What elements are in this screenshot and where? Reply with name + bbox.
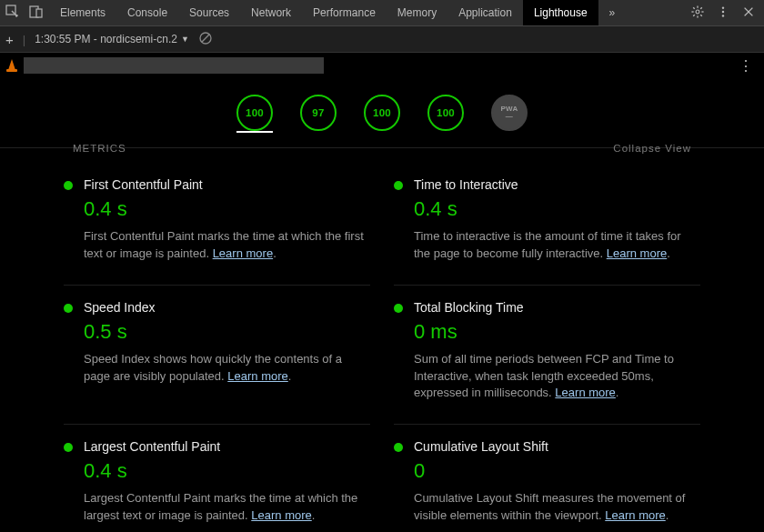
svg-point-12	[722, 6, 724, 8]
metric-title: First Contentful Paint	[84, 177, 370, 192]
more-tabs[interactable]: »	[598, 0, 627, 25]
kebab-icon[interactable]	[717, 5, 729, 21]
metrics-header: METRICS Collapse View	[0, 143, 764, 154]
metric-value: 0.4 s	[414, 197, 700, 221]
lighthouse-subbar: + | 1:30:55 PM - nordicsemi-cn.2▼	[0, 26, 764, 53]
metric-value: 0.4 s	[84, 197, 370, 221]
metrics-header-label: METRICS	[73, 143, 126, 154]
metric-description: Speed Index shows how quickly the conten…	[84, 351, 370, 386]
svg-rect-2	[36, 9, 42, 17]
score-gauge-4[interactable]: PWA —	[491, 95, 528, 131]
metric-card: First Contentful Paint0.4 sFirst Content…	[64, 163, 370, 286]
score-gauge-1[interactable]: 97	[300, 95, 337, 131]
learn-more-link[interactable]: Learn more	[213, 246, 273, 260]
score-gauge-3[interactable]: 100	[427, 95, 464, 131]
new-report-button[interactable]: +	[5, 32, 14, 47]
metric-title: Speed Index	[84, 300, 370, 315]
tab-sources[interactable]: Sources	[178, 0, 240, 25]
metric-value: 0 ms	[414, 320, 700, 344]
svg-line-11	[693, 15, 695, 16]
report-url-field[interactable]	[24, 57, 324, 74]
svg-point-14	[722, 15, 724, 16]
metric-value: 0.4 s	[84, 459, 370, 483]
metric-card: Speed Index0.5 sSpeed Index shows how qu…	[64, 286, 370, 426]
status-dot	[394, 181, 403, 190]
tabbar-right-icons	[682, 5, 764, 21]
close-icon[interactable]	[742, 5, 755, 21]
score-gauge-2[interactable]: 100	[364, 95, 400, 131]
report-urlbar: ⋮	[0, 53, 764, 78]
device-toggle-icon[interactable]	[29, 5, 44, 22]
metric-description: Sum of all time periods between FCP and …	[414, 351, 700, 403]
learn-more-link[interactable]: Learn more	[251, 508, 311, 522]
gear-icon[interactable]	[691, 5, 704, 21]
svg-point-3	[696, 10, 699, 14]
collapse-view-toggle[interactable]: Collapse View	[613, 143, 691, 154]
score-gauges: 10097100100PWA —	[0, 78, 764, 148]
tab-network[interactable]: Network	[240, 0, 302, 25]
metric-description: First Contentful Paint marks the time at…	[84, 228, 370, 263]
status-dot	[394, 443, 403, 452]
metric-description: Cumulative Layout Shift measures the mov…	[414, 490, 700, 525]
metric-value: 0	[414, 459, 700, 483]
learn-more-link[interactable]: Learn more	[555, 386, 615, 399]
tab-performance[interactable]: Performance	[302, 0, 387, 25]
learn-more-link[interactable]: Learn more	[605, 508, 665, 522]
status-dot	[394, 304, 403, 313]
svg-line-9	[700, 15, 702, 16]
metric-title: Largest Contentful Paint	[84, 439, 370, 454]
metric-card: Time to Interactive0.4 sTime to interact…	[394, 163, 700, 286]
tabbar-left-icons	[0, 5, 49, 22]
metric-title: Time to Interactive	[414, 177, 700, 192]
metric-card: Largest Contentful Paint0.4 sLargest Con…	[64, 425, 370, 532]
metric-description: Largest Contentful Paint marks the time …	[84, 490, 370, 525]
svg-line-18	[202, 34, 209, 41]
tab-application[interactable]: Application	[447, 0, 523, 25]
metric-value: 0.5 s	[84, 320, 370, 344]
svg-line-10	[700, 7, 702, 9]
svg-line-8	[693, 7, 695, 9]
tab-lighthouse[interactable]: Lighthouse	[523, 0, 598, 25]
clear-icon[interactable]	[198, 31, 213, 48]
metrics-grid: First Contentful Paint0.4 sFirst Content…	[0, 154, 764, 532]
inspect-icon[interactable]	[5, 5, 20, 22]
devtools-tabbar: ElementsConsoleSourcesNetworkPerformance…	[0, 0, 764, 26]
tab-elements[interactable]: Elements	[49, 0, 116, 25]
session-select[interactable]: 1:30:55 PM - nordicsemi-cn.2▼	[35, 33, 189, 45]
status-dot	[64, 181, 73, 190]
metric-card: Cumulative Layout Shift0Cumulative Layou…	[394, 425, 700, 532]
learn-more-link[interactable]: Learn more	[227, 369, 287, 383]
report-menu-icon[interactable]: ⋮	[739, 57, 759, 75]
metric-description: Time to interactive is the amount of tim…	[414, 228, 700, 263]
metric-title: Cumulative Layout Shift	[414, 439, 700, 454]
status-dot	[64, 304, 73, 313]
metric-card: Total Blocking Time0 msSum of all time p…	[394, 286, 700, 426]
learn-more-link[interactable]: Learn more	[607, 246, 667, 260]
metric-title: Total Blocking Time	[414, 300, 700, 315]
tab-console[interactable]: Console	[116, 0, 178, 25]
lighthouse-logo-icon	[5, 59, 18, 72]
tab-memory[interactable]: Memory	[387, 0, 447, 25]
score-gauge-0[interactable]: 100	[236, 95, 273, 131]
svg-point-13	[722, 10, 724, 12]
status-dot	[64, 443, 73, 452]
